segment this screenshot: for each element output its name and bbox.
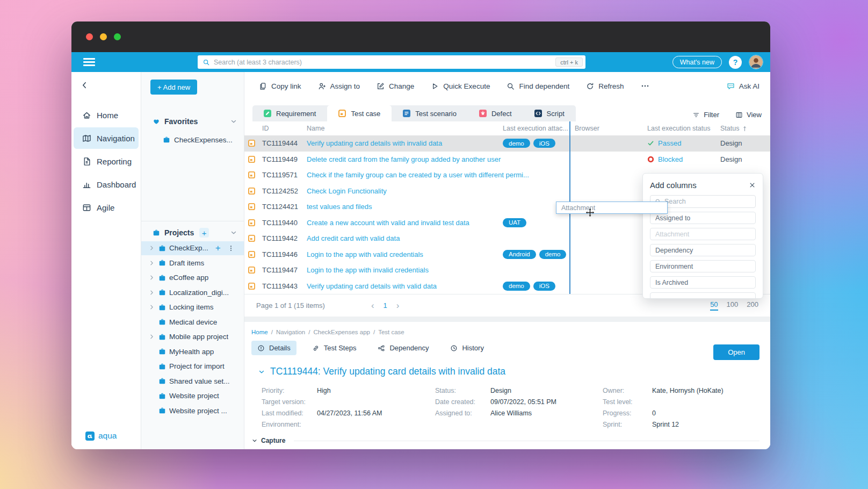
project-item-locking-items[interactable]: Locking items — [141, 300, 244, 314]
expand-chevron-icon[interactable] — [148, 304, 155, 311]
project-item-medical-device[interactable]: Medical device — [141, 315, 244, 329]
sidebar-item-dashboard[interactable]: Dashboard — [74, 174, 139, 195]
toolbar-action-refresh[interactable]: Refresh — [586, 82, 624, 90]
column-option-is-archived[interactable]: Is Archived — [650, 276, 756, 289]
testcase-title[interactable]: TC1119444: Verify updating card details … — [258, 366, 760, 377]
row-name-link[interactable]: test values and fileds — [307, 203, 575, 211]
column-option-dependency[interactable]: Dependency — [650, 244, 756, 256]
expand-chevron-icon[interactable] — [148, 274, 155, 281]
column-option-attachment[interactable]: Attachment — [650, 228, 756, 240]
project-item-ecoffee-app[interactable]: eCoffee app — [141, 271, 244, 285]
column-header-browser[interactable]: Browser — [575, 125, 647, 132]
favorites-section-header[interactable]: Favorites — [153, 117, 237, 126]
row-name-link[interactable]: Check if the family group can be created… — [307, 171, 575, 179]
global-search-input[interactable]: Search (at least 3 characters) ctrl + k — [198, 55, 585, 69]
toolbar-action-copy-link[interactable]: Copy link — [259, 82, 301, 90]
sidebar-item-home[interactable]: Home — [74, 104, 139, 126]
breadcrumb-home-link[interactable]: Home — [251, 329, 268, 335]
close-window-button[interactable] — [86, 33, 93, 40]
row-id: TC1119449 — [262, 155, 307, 163]
projects-section-header[interactable]: Projects + — [153, 228, 237, 238]
prev-page-button[interactable]: ‹ — [371, 300, 374, 311]
toolbar-action-quick-execute[interactable]: Quick Execute — [431, 82, 490, 90]
help-button[interactable]: ? — [729, 56, 742, 69]
tab-requirement[interactable]: Requirement — [252, 105, 327, 121]
chevron-spacer — [148, 348, 155, 355]
table-row[interactable]: TC1119444Verify updating card details wi… — [244, 135, 770, 152]
capture-section-toggle[interactable]: Capture — [251, 437, 760, 444]
project-item-mobile-app-project[interactable]: Mobile app project — [141, 330, 244, 344]
tab-test-scenario[interactable]: Test scenario — [392, 105, 468, 121]
testcase-icon — [248, 171, 255, 178]
close-popup-button[interactable] — [749, 182, 756, 189]
column-option-environment[interactable]: Environment — [650, 260, 756, 272]
detail-tab-test-steps[interactable]: Test Steps — [306, 341, 363, 355]
whats-new-button[interactable]: What's new — [672, 56, 722, 68]
next-page-button[interactable]: › — [396, 300, 400, 311]
more-actions-button[interactable] — [641, 82, 649, 90]
column-header-id[interactable]: ID — [262, 125, 307, 132]
table-row[interactable]: TC1119449Delete credit card from the fam… — [244, 152, 770, 168]
row-name-link[interactable]: Create a new account with valid and inva… — [307, 219, 503, 227]
row-name-link[interactable]: Check Login Functionality — [307, 187, 575, 195]
tab-script[interactable]: Script — [523, 105, 576, 121]
sidebar-item-navigation[interactable]: Navigation — [74, 127, 139, 149]
row-name-link[interactable]: Login to the app with valid credentials — [307, 250, 503, 258]
project-menu-button[interactable] — [227, 244, 235, 252]
column-header-name[interactable]: Name — [307, 125, 503, 132]
expand-chevron-icon[interactable] — [148, 289, 155, 296]
filter-button[interactable]: Filter — [692, 111, 719, 119]
expand-chevron-icon[interactable] — [148, 244, 155, 251]
chevron-down-icon[interactable] — [230, 229, 237, 236]
page-size-50[interactable]: 50 — [710, 300, 718, 311]
row-tags: demoiOS — [503, 139, 575, 148]
sidebar-item-agile[interactable]: Agile — [74, 197, 139, 218]
page-number[interactable]: 1 — [384, 301, 387, 310]
open-button[interactable]: Open — [713, 344, 760, 360]
zoom-window-button[interactable] — [114, 33, 121, 40]
row-status: Design — [720, 139, 763, 147]
project-item-draft-items[interactable]: Draft items — [141, 256, 244, 270]
project-item-checkexp[interactable]: CheckExp...+ — [141, 241, 244, 255]
expand-chevron-icon[interactable] — [148, 260, 155, 267]
minimize-window-button[interactable] — [100, 33, 107, 40]
project-item-website-project[interactable]: Website project ... — [141, 404, 244, 418]
project-item-project-for-import[interactable]: Project for import — [141, 359, 244, 373]
row-name-link[interactable]: Verify updating card details with valid … — [307, 282, 503, 290]
row-name-link[interactable]: Add credit card with valid data — [307, 234, 575, 242]
field-row: Priority:High — [262, 385, 435, 396]
column-header-last-execution-attac[interactable]: Last execution attac... — [503, 125, 575, 132]
add-item-button[interactable]: + — [215, 243, 221, 253]
briefcase-icon — [158, 289, 166, 296]
page-size-200[interactable]: 200 — [747, 300, 758, 311]
toolbar-action-change[interactable]: Change — [377, 82, 414, 90]
toolbar-action-find-dependent[interactable]: Find dependent — [507, 82, 569, 90]
project-item-shared-value-set[interactable]: Shared value set... — [141, 374, 244, 388]
column-header-status[interactable]: Status — [720, 125, 763, 132]
row-name-link[interactable]: Login to the app with invalid credential… — [307, 266, 575, 274]
row-name-link[interactable]: Delete credit card from the family group… — [307, 155, 575, 163]
detail-tab-details[interactable]: Details — [251, 341, 296, 355]
column-header-last-execution-status[interactable]: Last execution status — [647, 125, 720, 132]
hamburger-menu-button[interactable] — [83, 58, 95, 66]
page-size-100[interactable]: 100 — [727, 300, 739, 311]
tab-test-case[interactable]: Test case — [327, 105, 392, 121]
add-new-button[interactable]: + Add new — [150, 80, 197, 95]
detail-tab-history[interactable]: History — [444, 341, 489, 355]
user-avatar[interactable] — [749, 55, 763, 69]
ask-ai-button[interactable]: Ask AI — [727, 82, 760, 90]
sidebar-item-reporting[interactable]: Reporting — [74, 150, 139, 172]
view-button[interactable]: View — [735, 111, 762, 119]
project-item-website-project[interactable]: Website project — [141, 389, 244, 403]
expand-chevron-icon[interactable] — [148, 333, 155, 340]
project-item-myhealth-app[interactable]: MyHealth app — [141, 344, 244, 358]
collapse-sidebar-button[interactable] — [80, 81, 89, 90]
toolbar-action-assign-to[interactable]: Assign to — [318, 82, 360, 90]
project-item-localization-digi[interactable]: Localization_digi... — [141, 285, 244, 299]
tab-defect[interactable]: Defect — [468, 105, 523, 121]
favorite-item-checkexpenses[interactable]: CheckExpenses... — [141, 133, 244, 147]
row-name-link[interactable]: Verify updating card details with invali… — [307, 139, 503, 147]
chevron-down-icon[interactable] — [230, 118, 237, 125]
add-project-button[interactable]: + — [199, 228, 209, 238]
detail-tab-dependency[interactable]: Dependency — [372, 341, 435, 355]
